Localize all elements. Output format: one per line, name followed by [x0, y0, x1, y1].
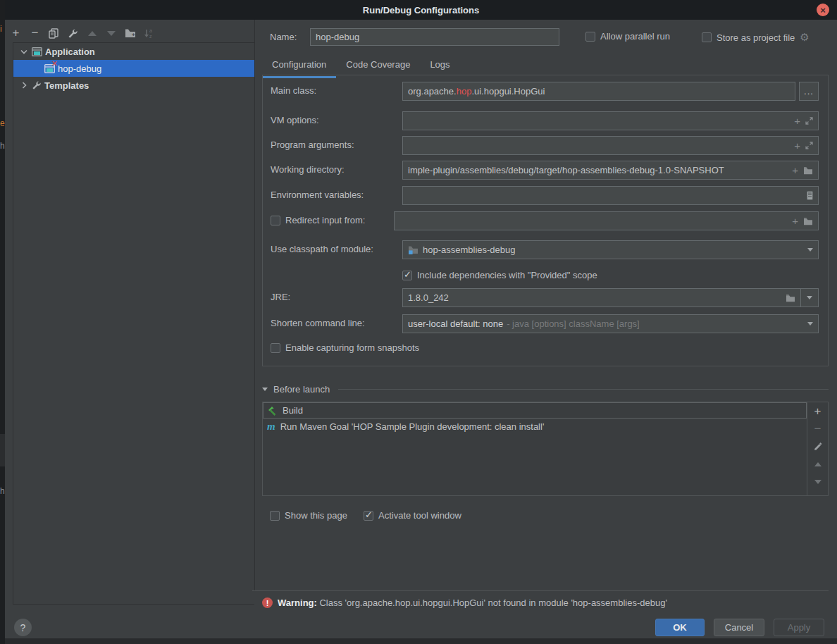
form-snapshots-checkbox[interactable] [271, 343, 280, 353]
browse-variables-icon[interactable] [807, 191, 813, 200]
allow-parallel-run-option[interactable]: Allow parallel run [585, 31, 670, 42]
form-snapshots-label: Enable capturing form snapshots [285, 342, 419, 353]
editor-text-fragment: e [0, 118, 5, 128]
add-task-button[interactable]: + [812, 406, 824, 417]
jre-dropdown-button[interactable] [801, 288, 819, 307]
background-editor-strip: i e h h [0, 0, 5, 644]
vm-options-input[interactable]: + [402, 111, 819, 130]
module-icon [408, 245, 418, 254]
warning-message: ! Warning: Class 'org.apache.hop.ui.hopg… [262, 597, 667, 608]
store-as-project-file-checkbox[interactable] [702, 32, 712, 42]
program-arguments-input[interactable]: + [402, 136, 819, 155]
collapse-triangle-icon[interactable] [262, 388, 268, 391]
warning-icon: ! [262, 597, 273, 608]
chevron-right-icon[interactable] [19, 80, 29, 90]
editor-text-fragment: h [0, 486, 5, 496]
activate-tool-window-checkbox[interactable] [364, 511, 373, 521]
tree-item-hop-debug[interactable]: ✕ hop-debug [13, 60, 254, 77]
allow-parallel-run-label: Allow parallel run [600, 31, 670, 42]
program-arguments-row: Program arguments: + [263, 136, 828, 155]
add-configuration-button[interactable]: + [10, 27, 22, 39]
ok-button[interactable]: OK [655, 619, 705, 636]
run-debug-configurations-dialog: i e h h Run/Debug Configurations × + − +… [0, 0, 837, 644]
before-launch-header[interactable]: Before launch [262, 384, 829, 395]
remove-task-button[interactable]: − [812, 423, 824, 435]
remove-configuration-button[interactable]: − [29, 27, 41, 39]
store-settings-gear-icon[interactable]: ⚙ [800, 31, 809, 44]
name-label: Name: [270, 32, 297, 42]
jre-label: JRE: [271, 292, 290, 302]
edit-task-pencil-icon[interactable] [812, 441, 824, 452]
expand-icon[interactable] [805, 117, 813, 125]
add-icon[interactable]: + [794, 115, 800, 127]
build-hammer-icon [268, 406, 278, 416]
browse-main-class-button[interactable]: ... [799, 82, 819, 101]
before-launch-item-build[interactable]: Build [263, 402, 807, 419]
move-up-icon[interactable] [86, 27, 98, 39]
environment-variables-label: Environment variables: [271, 190, 364, 200]
before-launch-item-maven[interactable]: m Run Maven Goal 'HOP Sample Plugin deve… [263, 419, 807, 435]
tree-group-templates[interactable]: Templates [13, 77, 254, 94]
shorten-cmd-dropdown[interactable]: user-local default: none - java [options… [402, 314, 819, 333]
svg-text:z: z [149, 34, 152, 39]
name-input[interactable]: hop-debug [310, 28, 559, 46]
allow-parallel-run-checkbox[interactable] [585, 32, 595, 42]
provided-scope-checkbox[interactable] [402, 271, 412, 280]
editor-text-fragment: i [0, 24, 2, 34]
help-button[interactable]: ? [14, 619, 32, 636]
apply-button[interactable]: Apply [774, 619, 824, 636]
application-type-icon [32, 47, 42, 56]
chevron-down-icon [807, 296, 812, 299]
working-directory-input[interactable]: imple-plugin/assemblies/debug/target/hop… [402, 161, 819, 180]
form-snapshots-row: Enable capturing form snapshots [263, 339, 828, 358]
svg-text:a: a [149, 28, 152, 33]
activate-tool-window-label: Activate tool window [378, 510, 461, 521]
redirect-input-checkbox[interactable] [271, 216, 280, 225]
editor-scrollbar-thumb [0, 434, 5, 466]
chevron-down-icon[interactable] [807, 248, 813, 252]
add-icon[interactable]: + [792, 215, 798, 227]
cancel-button[interactable]: Cancel [714, 619, 764, 636]
copy-configuration-icon[interactable] [48, 27, 60, 39]
edit-templates-wrench-icon[interactable] [67, 27, 79, 39]
show-this-page-option[interactable]: Show this page [270, 510, 347, 521]
module-dropdown[interactable]: hop-assemblies-debug [402, 240, 819, 259]
new-folder-icon[interactable]: + [124, 27, 136, 39]
main-class-input[interactable]: org.apache.hop.ui.hopgui.HopGui [402, 82, 795, 101]
dialog-titlebar: Run/Debug Configurations × [5, 0, 837, 20]
tree-group-application[interactable]: Application [13, 43, 254, 60]
working-directory-row: Working directory: imple-plugin/assembli… [263, 161, 828, 180]
invalid-configuration-icon: ✕ [44, 64, 55, 73]
redirect-input-field[interactable]: + [394, 211, 819, 230]
chevron-down-icon[interactable] [807, 322, 813, 326]
add-icon[interactable]: + [792, 164, 798, 176]
svg-text:+: + [132, 32, 135, 38]
tree-item-label: hop-debug [58, 63, 101, 74]
move-down-icon[interactable] [105, 27, 117, 39]
working-directory-label: Working directory: [271, 164, 345, 175]
move-task-down-icon[interactable] [812, 476, 824, 488]
store-as-project-file-label: Store as project file [717, 32, 795, 43]
configurations-toolbar: + − + az [10, 25, 155, 41]
close-icon[interactable]: × [817, 4, 829, 16]
jre-row: JRE: 1.8.0_242 [263, 288, 828, 307]
before-launch-buttons: + − [807, 402, 828, 495]
chevron-down-icon[interactable] [19, 47, 29, 56]
window-bottom-edge [0, 638, 837, 644]
jre-combo-input[interactable]: 1.8.0_242 [402, 288, 801, 307]
add-icon[interactable]: + [794, 140, 800, 151]
environment-variables-input[interactable] [402, 186, 819, 205]
store-as-project-file-option[interactable]: Store as project file ⚙ [702, 31, 810, 44]
program-arguments-label: Program arguments: [271, 140, 354, 150]
folder-icon[interactable] [786, 294, 795, 302]
move-task-up-icon[interactable] [812, 459, 824, 470]
activate-tool-window-option[interactable]: Activate tool window [364, 510, 461, 521]
folder-icon[interactable] [803, 217, 813, 225]
show-this-page-checkbox[interactable] [270, 511, 280, 521]
sort-alphabetically-icon[interactable]: az [143, 27, 155, 39]
use-classpath-label: Use classpath of module: [271, 244, 373, 254]
folder-icon[interactable] [803, 166, 813, 175]
shorten-cmd-row: Shorten command line: user-local default… [263, 314, 828, 333]
tree-group-label: Templates [44, 80, 89, 91]
expand-icon[interactable] [805, 142, 813, 149]
